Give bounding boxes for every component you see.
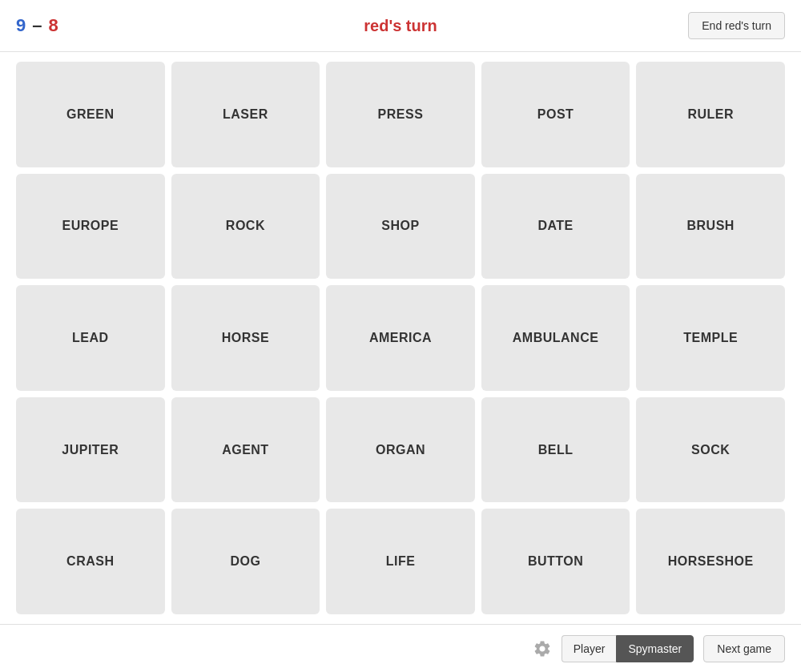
word-card[interactable]: AMBULANCE [481, 285, 630, 391]
word-card[interactable]: TEMPLE [636, 285, 785, 391]
card-word-label: AGENT [222, 443, 269, 457]
word-card[interactable]: PRESS [326, 62, 475, 167]
word-card[interactable]: AGENT [171, 397, 320, 503]
word-card[interactable]: AMERICA [326, 285, 475, 391]
end-turn-button[interactable]: End red's turn [688, 12, 785, 39]
word-card[interactable]: BELL [481, 397, 630, 503]
turn-indicator: red's turn [364, 17, 437, 35]
settings-icon[interactable] [529, 636, 555, 662]
word-card[interactable]: LASER [171, 62, 320, 167]
card-word-label: LEAD [72, 331, 109, 345]
word-card[interactable]: ORGAN [326, 397, 475, 503]
word-card[interactable]: SOCK [636, 397, 785, 503]
player-view-button[interactable]: Player [562, 635, 617, 662]
card-word-label: EUROPE [62, 219, 119, 233]
word-card[interactable]: EUROPE [16, 174, 165, 280]
card-word-label: CRASH [66, 554, 114, 569]
card-word-label: SOCK [691, 443, 730, 457]
card-word-label: GREEN [66, 107, 114, 122]
card-word-label: ROCK [226, 219, 265, 233]
card-word-label: AMERICA [369, 331, 432, 345]
card-word-label: DOG [230, 554, 260, 569]
spymaster-view-button[interactable]: Spymaster [616, 635, 694, 662]
word-card[interactable]: DATE [481, 174, 630, 280]
word-card[interactable]: LEAD [16, 285, 165, 391]
card-word-label: LIFE [386, 554, 416, 569]
word-card[interactable]: RULER [636, 62, 785, 167]
word-card[interactable]: BRUSH [636, 174, 785, 280]
card-word-label: RULER [687, 107, 734, 122]
word-card[interactable]: LIFE [326, 509, 475, 614]
card-word-label: SHOP [381, 219, 419, 233]
card-word-label: BUTTON [528, 554, 583, 569]
card-word-label: AMBULANCE [513, 331, 599, 345]
score-red: 8 [49, 15, 58, 36]
card-word-label: HORSE [222, 331, 269, 345]
word-card[interactable]: GREEN [16, 62, 165, 167]
card-word-label: PRESS [378, 107, 424, 122]
score-display: 9 – 8 [16, 15, 58, 36]
card-word-label: DATE [537, 219, 573, 233]
card-word-label: ORGAN [376, 443, 425, 457]
word-card[interactable]: BUTTON [481, 509, 630, 614]
score-blue: 9 [16, 15, 26, 36]
card-word-label: TEMPLE [683, 331, 738, 345]
word-card[interactable]: ROCK [171, 174, 320, 280]
word-card[interactable]: CRASH [16, 509, 165, 614]
next-game-button[interactable]: Next game [703, 635, 785, 662]
word-card[interactable]: JUPITER [16, 397, 165, 503]
view-toggle: Player Spymaster [562, 635, 694, 662]
header: 9 – 8 red's turn End red's turn [0, 0, 801, 52]
card-word-label: HORSESHOE [668, 554, 754, 569]
footer: Player Spymaster Next game [0, 624, 801, 672]
word-card[interactable]: SHOP [326, 174, 475, 280]
word-card[interactable]: HORSE [171, 285, 320, 391]
card-word-label: JUPITER [62, 443, 119, 457]
card-word-label: BRUSH [687, 219, 735, 233]
card-word-label: POST [537, 107, 574, 122]
word-card[interactable]: POST [481, 62, 630, 167]
score-dash: – [32, 15, 42, 36]
card-word-label: LASER [223, 107, 268, 122]
word-card[interactable]: DOG [171, 509, 320, 614]
card-word-label: BELL [538, 443, 574, 457]
word-grid: GREENLASERPRESSPOSTRULEREUROPEROCKSHOPDA… [0, 52, 801, 624]
word-card[interactable]: HORSESHOE [636, 509, 785, 614]
